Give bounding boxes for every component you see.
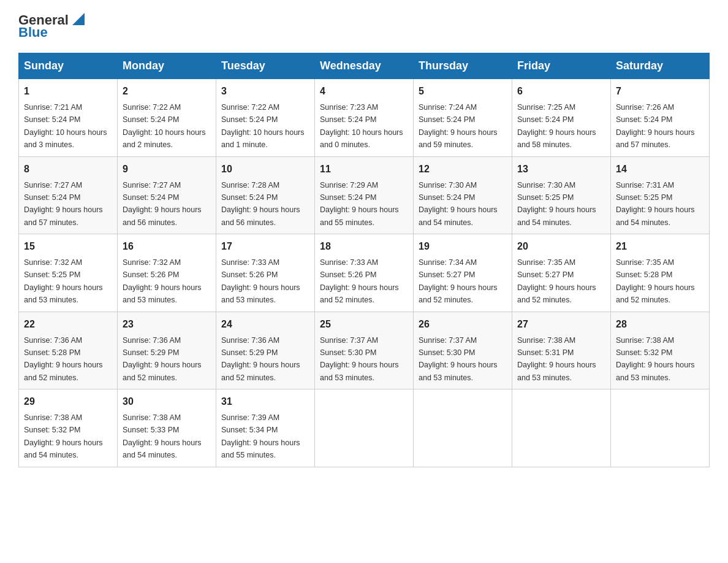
calendar-week-row: 15 Sunrise: 7:32 AMSunset: 5:25 PMDaylig… xyxy=(19,234,710,312)
calendar-week-row: 8 Sunrise: 7:27 AMSunset: 5:24 PMDayligh… xyxy=(19,156,710,234)
day-number: 27 xyxy=(517,317,605,332)
day-number: 7 xyxy=(616,84,704,99)
calendar-cell xyxy=(315,389,414,467)
day-number: 16 xyxy=(123,239,211,254)
calendar-cell xyxy=(611,389,710,467)
day-info: Sunrise: 7:37 AMSunset: 5:30 PMDaylight:… xyxy=(419,336,498,382)
day-header-tuesday: Tuesday xyxy=(216,53,315,79)
day-number: 9 xyxy=(123,162,211,177)
calendar-cell: 14 Sunrise: 7:31 AMSunset: 5:25 PMDaylig… xyxy=(611,156,710,234)
day-header-monday: Monday xyxy=(118,53,216,79)
calendar-cell: 12 Sunrise: 7:30 AMSunset: 5:24 PMDaylig… xyxy=(414,156,512,234)
day-number: 22 xyxy=(24,317,112,332)
calendar-cell: 2 Sunrise: 7:22 AMSunset: 5:24 PMDayligh… xyxy=(118,79,216,157)
day-number: 28 xyxy=(616,317,704,332)
calendar-cell: 10 Sunrise: 7:28 AMSunset: 5:24 PMDaylig… xyxy=(216,156,315,234)
calendar-cell: 17 Sunrise: 7:33 AMSunset: 5:26 PMDaylig… xyxy=(216,234,315,312)
calendar-cell: 13 Sunrise: 7:30 AMSunset: 5:25 PMDaylig… xyxy=(512,156,611,234)
day-info: Sunrise: 7:27 AMSunset: 5:24 PMDaylight:… xyxy=(24,181,103,227)
day-number: 11 xyxy=(320,162,408,177)
day-info: Sunrise: 7:35 AMSunset: 5:27 PMDaylight:… xyxy=(517,258,596,304)
calendar-cell: 5 Sunrise: 7:24 AMSunset: 5:24 PMDayligh… xyxy=(414,79,512,157)
day-info: Sunrise: 7:25 AMSunset: 5:24 PMDaylight:… xyxy=(517,103,596,149)
calendar-cell: 21 Sunrise: 7:35 AMSunset: 5:28 PMDaylig… xyxy=(611,234,710,312)
calendar-cell: 8 Sunrise: 7:27 AMSunset: 5:24 PMDayligh… xyxy=(19,156,118,234)
day-info: Sunrise: 7:36 AMSunset: 5:28 PMDaylight:… xyxy=(24,336,103,382)
calendar-cell: 16 Sunrise: 7:32 AMSunset: 5:26 PMDaylig… xyxy=(118,234,216,312)
calendar-cell: 3 Sunrise: 7:22 AMSunset: 5:24 PMDayligh… xyxy=(216,79,315,157)
day-info: Sunrise: 7:36 AMSunset: 5:29 PMDaylight:… xyxy=(123,336,202,382)
day-info: Sunrise: 7:38 AMSunset: 5:32 PMDaylight:… xyxy=(616,336,695,382)
day-number: 1 xyxy=(24,84,112,99)
day-number: 10 xyxy=(221,162,309,177)
calendar-cell xyxy=(512,389,611,467)
day-info: Sunrise: 7:30 AMSunset: 5:25 PMDaylight:… xyxy=(517,181,596,227)
day-info: Sunrise: 7:38 AMSunset: 5:32 PMDaylight:… xyxy=(24,413,103,459)
day-header-saturday: Saturday xyxy=(611,53,710,79)
calendar-cell: 22 Sunrise: 7:36 AMSunset: 5:28 PMDaylig… xyxy=(19,312,118,389)
day-number: 3 xyxy=(221,84,309,99)
day-info: Sunrise: 7:34 AMSunset: 5:27 PMDaylight:… xyxy=(419,258,498,304)
day-info: Sunrise: 7:22 AMSunset: 5:24 PMDaylight:… xyxy=(221,103,305,149)
calendar-cell: 19 Sunrise: 7:34 AMSunset: 5:27 PMDaylig… xyxy=(414,234,512,312)
day-header-friday: Friday xyxy=(512,53,611,79)
day-info: Sunrise: 7:33 AMSunset: 5:26 PMDaylight:… xyxy=(221,258,300,304)
day-info: Sunrise: 7:39 AMSunset: 5:34 PMDaylight:… xyxy=(221,413,300,459)
logo-text-blue: Blue xyxy=(18,25,48,40)
calendar-table: SundayMondayTuesdayWednesdayThursdayFrid… xyxy=(18,53,710,467)
day-info: Sunrise: 7:31 AMSunset: 5:25 PMDaylight:… xyxy=(616,181,695,227)
day-info: Sunrise: 7:21 AMSunset: 5:24 PMDaylight:… xyxy=(24,103,107,149)
calendar-cell: 11 Sunrise: 7:29 AMSunset: 5:24 PMDaylig… xyxy=(315,156,414,234)
day-info: Sunrise: 7:35 AMSunset: 5:28 PMDaylight:… xyxy=(616,258,695,304)
day-info: Sunrise: 7:38 AMSunset: 5:33 PMDaylight:… xyxy=(123,413,202,459)
day-number: 26 xyxy=(419,317,507,332)
day-info: Sunrise: 7:38 AMSunset: 5:31 PMDaylight:… xyxy=(517,336,596,382)
day-number: 30 xyxy=(123,394,211,409)
day-header-thursday: Thursday xyxy=(414,53,512,79)
calendar-week-row: 1 Sunrise: 7:21 AMSunset: 5:24 PMDayligh… xyxy=(19,79,710,157)
day-number: 31 xyxy=(221,394,309,409)
day-header-wednesday: Wednesday xyxy=(315,53,414,79)
day-number: 20 xyxy=(517,239,605,254)
logo-triangle-icon xyxy=(70,10,87,28)
day-number: 29 xyxy=(24,394,112,409)
day-info: Sunrise: 7:24 AMSunset: 5:24 PMDaylight:… xyxy=(419,103,498,149)
day-number: 13 xyxy=(517,162,605,177)
calendar-cell: 18 Sunrise: 7:33 AMSunset: 5:26 PMDaylig… xyxy=(315,234,414,312)
calendar-header-row: SundayMondayTuesdayWednesdayThursdayFrid… xyxy=(19,53,710,79)
day-header-sunday: Sunday xyxy=(19,53,118,79)
day-number: 15 xyxy=(24,239,112,254)
calendar-week-row: 29 Sunrise: 7:38 AMSunset: 5:32 PMDaylig… xyxy=(19,389,710,467)
day-number: 18 xyxy=(320,239,408,254)
day-number: 8 xyxy=(24,162,112,177)
day-number: 19 xyxy=(419,239,507,254)
day-info: Sunrise: 7:26 AMSunset: 5:24 PMDaylight:… xyxy=(616,103,695,149)
day-info: Sunrise: 7:29 AMSunset: 5:24 PMDaylight:… xyxy=(320,181,399,227)
page-header: General Blue xyxy=(18,12,710,40)
day-info: Sunrise: 7:32 AMSunset: 5:26 PMDaylight:… xyxy=(123,258,202,304)
calendar-cell: 24 Sunrise: 7:36 AMSunset: 5:29 PMDaylig… xyxy=(216,312,315,389)
day-number: 25 xyxy=(320,317,408,332)
calendar-cell: 23 Sunrise: 7:36 AMSunset: 5:29 PMDaylig… xyxy=(118,312,216,389)
day-info: Sunrise: 7:23 AMSunset: 5:24 PMDaylight:… xyxy=(320,103,403,149)
day-number: 5 xyxy=(419,84,507,99)
day-number: 24 xyxy=(221,317,309,332)
calendar-cell: 25 Sunrise: 7:37 AMSunset: 5:30 PMDaylig… xyxy=(315,312,414,389)
day-number: 12 xyxy=(419,162,507,177)
day-number: 17 xyxy=(221,239,309,254)
svg-marker-0 xyxy=(72,13,85,25)
calendar-cell: 29 Sunrise: 7:38 AMSunset: 5:32 PMDaylig… xyxy=(19,389,118,467)
calendar-cell xyxy=(414,389,512,467)
calendar-cell: 6 Sunrise: 7:25 AMSunset: 5:24 PMDayligh… xyxy=(512,79,611,157)
day-info: Sunrise: 7:22 AMSunset: 5:24 PMDaylight:… xyxy=(123,103,206,149)
day-info: Sunrise: 7:33 AMSunset: 5:26 PMDaylight:… xyxy=(320,258,399,304)
calendar-cell: 7 Sunrise: 7:26 AMSunset: 5:24 PMDayligh… xyxy=(611,79,710,157)
calendar-cell: 28 Sunrise: 7:38 AMSunset: 5:32 PMDaylig… xyxy=(611,312,710,389)
calendar-cell: 31 Sunrise: 7:39 AMSunset: 5:34 PMDaylig… xyxy=(216,389,315,467)
calendar-cell: 1 Sunrise: 7:21 AMSunset: 5:24 PMDayligh… xyxy=(19,79,118,157)
day-info: Sunrise: 7:37 AMSunset: 5:30 PMDaylight:… xyxy=(320,336,399,382)
day-info: Sunrise: 7:28 AMSunset: 5:24 PMDaylight:… xyxy=(221,181,300,227)
day-number: 6 xyxy=(517,84,605,99)
logo: General Blue xyxy=(18,12,87,40)
day-number: 4 xyxy=(320,84,408,99)
